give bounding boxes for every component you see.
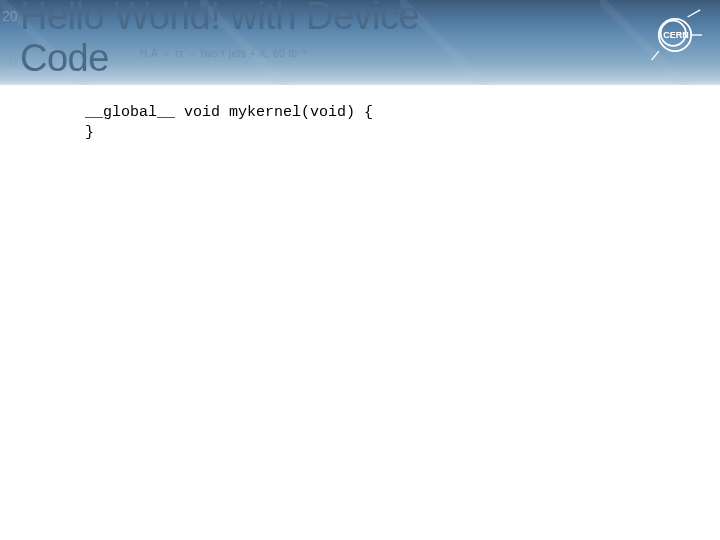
- svg-line-3: [652, 51, 659, 60]
- slide-title: Hello World! with Device Code: [20, 0, 419, 80]
- code-keyword-global: __global__: [85, 104, 184, 121]
- background-number: 0: [10, 55, 17, 69]
- background-number: 20: [2, 8, 18, 24]
- svg-line-2: [688, 10, 701, 17]
- title-line-2: Code: [20, 37, 109, 79]
- logo-text: CERN: [663, 30, 689, 40]
- slide-content: __global__ void mykernel(void) { }: [0, 85, 720, 144]
- title-line-1: Hello World! with Device: [20, 0, 419, 37]
- code-text: void mykernel(void) {: [184, 104, 373, 121]
- header-band: 20 0 H.A → ττ → two τ jets + X, 60 fb⁻¹ …: [0, 0, 720, 85]
- code-block: __global__ void mykernel(void) { }: [85, 103, 720, 144]
- cern-logo-icon: CERN: [648, 8, 702, 62]
- code-text: }: [85, 124, 94, 141]
